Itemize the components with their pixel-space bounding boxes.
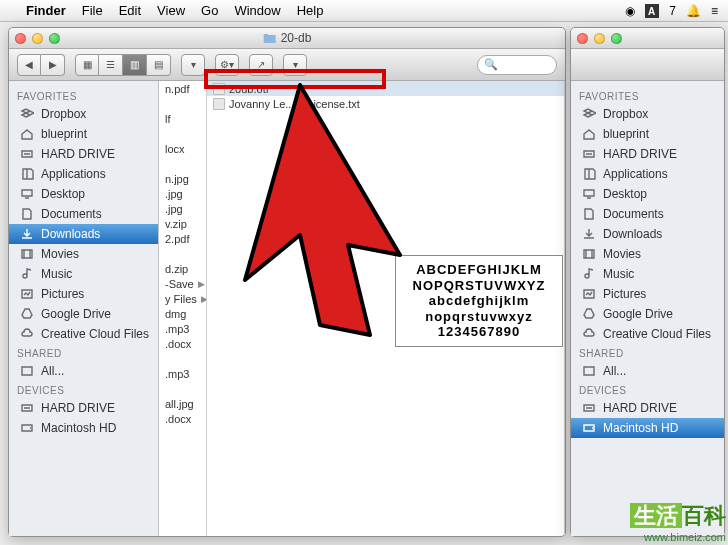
menubar-app[interactable]: Finder — [26, 3, 66, 18]
file-name: 2.pdf — [165, 233, 189, 245]
menu-view[interactable]: View — [157, 3, 185, 18]
file-row[interactable]: .mp3 — [159, 366, 206, 381]
view-list-button[interactable]: ☰ — [99, 54, 123, 76]
file-row[interactable]: .docx — [159, 336, 206, 351]
back-button[interactable]: ◀ — [17, 54, 41, 76]
menubar: Finder File Edit View Go Window Help ◉ A… — [0, 0, 728, 22]
file-row[interactable]: locx — [159, 141, 206, 156]
file-row[interactable]: 2.pdf — [159, 231, 206, 246]
sidebar-item-all[interactable]: All... — [571, 361, 724, 381]
sidebar-item-hard-drive[interactable]: HARD DRIVE — [571, 398, 724, 418]
bell-icon[interactable]: 🔔 — [686, 4, 701, 18]
view-icon-button[interactable]: ▦ — [75, 54, 99, 76]
file-row[interactable]: v.zip — [159, 216, 206, 231]
sidebar-item-pictures[interactable]: Pictures — [571, 284, 724, 304]
file-row[interactable]: y Files▶ — [159, 291, 206, 306]
close-button[interactable] — [15, 33, 26, 44]
view-cover-button[interactable]: ▤ — [147, 54, 171, 76]
menu-go[interactable]: Go — [201, 3, 218, 18]
doc-icon — [581, 206, 597, 222]
menu-file[interactable]: File — [82, 3, 103, 18]
sidebar-item-label: Google Drive — [41, 307, 111, 321]
sidebar-item-desktop[interactable]: Desktop — [9, 184, 158, 204]
file-name: .docx — [165, 338, 191, 350]
zoom-button[interactable] — [49, 33, 60, 44]
menu-window[interactable]: Window — [234, 3, 280, 18]
sidebar-item-label: Documents — [41, 207, 102, 221]
preview-line: abcdefghijklm — [400, 293, 558, 309]
sidebar-item-macintosh-hd[interactable]: Macintosh HD — [9, 418, 158, 438]
close-button[interactable] — [577, 33, 588, 44]
adobe-icon[interactable]: A — [645, 4, 659, 18]
watermark: 生活百科 www.bimeiz.com — [630, 501, 726, 543]
folder-icon — [263, 32, 277, 44]
sidebar-item-blueprint[interactable]: blueprint — [9, 124, 158, 144]
sidebar-item-label: Desktop — [603, 187, 647, 201]
zoom-button[interactable] — [611, 33, 622, 44]
sidebar-item-hard-drive[interactable]: HARD DRIVE — [9, 398, 158, 418]
sidebar-item-desktop[interactable]: Desktop — [571, 184, 724, 204]
sidebar-item-creative-cloud-files[interactable]: Creative Cloud Files — [571, 324, 724, 344]
cloud-icon — [581, 326, 597, 342]
gdrive-icon — [581, 306, 597, 322]
menu-icon[interactable]: ≡ — [711, 4, 718, 18]
file-row[interactable]: .mp3 — [159, 321, 206, 336]
file-name: .jpg — [165, 203, 183, 215]
sidebar-item-downloads[interactable]: Downloads — [9, 224, 158, 244]
sidebar-item-applications[interactable]: Applications — [9, 164, 158, 184]
sidebar-item-dropbox[interactable]: Dropbox — [571, 104, 724, 124]
sidebar-item-movies[interactable]: Movies — [571, 244, 724, 264]
sidebar-item-label: Dropbox — [603, 107, 648, 121]
view-column-button[interactable]: ▥ — [123, 54, 147, 76]
status-num[interactable]: 7 — [669, 4, 676, 18]
file-row[interactable]: -Save▶ — [159, 276, 206, 291]
search-input[interactable]: 🔍 — [477, 55, 557, 75]
file-row[interactable]: n.jpg — [159, 171, 206, 186]
file-row[interactable]: d.zip — [159, 261, 206, 276]
file-row[interactable]: all.jpg — [159, 396, 206, 411]
arrange-button[interactable]: ▾ — [181, 54, 205, 76]
sidebar-item-label: HARD DRIVE — [603, 147, 677, 161]
desktop-icon — [581, 186, 597, 202]
sidebar-item-movies[interactable]: Movies — [9, 244, 158, 264]
file-row[interactable]: .jpg — [159, 201, 206, 216]
sidebar-item-music[interactable]: Music — [9, 264, 158, 284]
file-row[interactable]: lf — [159, 111, 206, 126]
sidebar-item-creative-cloud-files[interactable]: Creative Cloud Files — [9, 324, 158, 344]
sidebar-item-documents[interactable]: Documents — [571, 204, 724, 224]
file-row[interactable]: n.pdf — [159, 81, 206, 96]
file-row[interactable]: dmg — [159, 306, 206, 321]
sidebar-item-pictures[interactable]: Pictures — [9, 284, 158, 304]
sidebar-item-all[interactable]: All... — [9, 361, 158, 381]
menu-edit[interactable]: Edit — [119, 3, 141, 18]
sidebar-item-google-drive[interactable]: Google Drive — [9, 304, 158, 324]
sidebar-item-macintosh-hd[interactable]: Macintosh HD — [571, 418, 724, 438]
file-row[interactable]: .jpg — [159, 186, 206, 201]
menu-help[interactable]: Help — [297, 3, 324, 18]
forward-button[interactable]: ▶ — [41, 54, 65, 76]
sidebar-item-dropbox[interactable]: Dropbox — [9, 104, 158, 124]
sidebar-item-applications[interactable]: Applications — [571, 164, 724, 184]
status-icon[interactable]: ◉ — [625, 4, 635, 18]
sidebar-item-downloads[interactable]: Downloads — [571, 224, 724, 244]
sidebar-item-blueprint[interactable]: blueprint — [571, 124, 724, 144]
sidebar-item-google-drive[interactable]: Google Drive — [571, 304, 724, 324]
sidebar-item-label: Music — [603, 267, 634, 281]
minimize-button[interactable] — [32, 33, 43, 44]
titlebar: 20-db — [9, 28, 565, 49]
file-name: locx — [165, 143, 185, 155]
sidebar-item-documents[interactable]: Documents — [9, 204, 158, 224]
file-name: n.jpg — [165, 173, 189, 185]
file-row — [159, 246, 206, 261]
sidebar-item-hard-drive[interactable]: HARD DRIVE — [571, 144, 724, 164]
sidebar-item-label: Macintosh HD — [41, 421, 116, 435]
download-icon — [581, 226, 597, 242]
minimize-button[interactable] — [594, 33, 605, 44]
sidebar-item-label: Downloads — [603, 227, 662, 241]
cursor-arrow-annotation — [200, 75, 410, 369]
sidebar-item-music[interactable]: Music — [571, 264, 724, 284]
picture-icon — [581, 286, 597, 302]
sidebar-item-label: Documents — [603, 207, 664, 221]
file-row[interactable]: .docx — [159, 411, 206, 426]
sidebar-item-hard-drive[interactable]: HARD DRIVE — [9, 144, 158, 164]
